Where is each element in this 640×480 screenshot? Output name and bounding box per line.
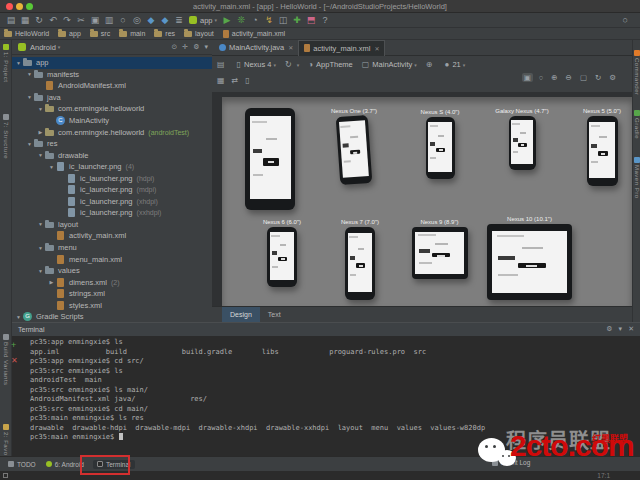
terminal-settings-icon[interactable]: ⚙	[606, 325, 612, 333]
hide-icon[interactable]: ▾	[204, 43, 208, 51]
breadcrumb-item[interactable]: HelloWorld	[4, 30, 49, 37]
device-preview-nexus-10[interactable]: Nexus 10 (10.1")	[477, 216, 582, 300]
replace-icon[interactable]: ◎	[130, 15, 144, 25]
sync-icon[interactable]: ↻	[32, 15, 46, 25]
plus-icon[interactable]: +	[11, 340, 16, 350]
zoom-out-icon[interactable]: ⊖	[564, 73, 574, 82]
search-icon[interactable]: ○	[623, 15, 628, 25]
device-preview-nexus-one[interactable]: Nexus One (3.7")	[330, 108, 378, 184]
tree-item-dimens-xml[interactable]: ▶dimens.xml(2)	[12, 276, 212, 288]
breadcrumb-item[interactable]: app	[58, 30, 81, 37]
todo-button[interactable]: TODO	[8, 461, 36, 468]
device-preview-galaxy-nexus[interactable]: Galaxy Nexus (4.7")	[494, 108, 550, 170]
locate-icon[interactable]: ⊙	[171, 43, 177, 51]
tree-item-drawable[interactable]: ▼drawable	[12, 149, 212, 161]
forward-icon[interactable]: ◆	[158, 15, 172, 25]
api-level-selector[interactable]: ●21▾	[445, 60, 466, 69]
tree-item-ic-launcher-png[interactable]: ic_launcher.png(mdpi)	[12, 184, 212, 196]
breadcrumb-item[interactable]: layout	[184, 30, 214, 37]
cut-icon[interactable]: ✂	[74, 15, 88, 25]
render-settings-icon[interactable]: ⚙	[607, 73, 618, 82]
tree-item-com-enmingxie-helloworld[interactable]: ▼com.enmingxie.helloworld	[12, 103, 212, 115]
redo-icon[interactable]: ↷	[60, 15, 74, 25]
tree-item-ic-launcher-png[interactable]: ▼ic_launcher.png(4)	[12, 161, 212, 173]
run-configuration-selector[interactable]: app▾	[189, 16, 217, 25]
close-window-button[interactable]	[6, 3, 13, 10]
run-icon[interactable]: ▶	[220, 15, 234, 25]
find-icon[interactable]: ○	[116, 15, 130, 25]
terminal-header[interactable]: Terminal	[12, 323, 640, 336]
terminal-output[interactable]: pc35:app enmingxie$ lsapp.iml build buil…	[30, 338, 485, 443]
tree-item-androidmanifest-xml[interactable]: AndroidManifest.xml	[12, 80, 212, 92]
sdk-manager-icon[interactable]: ⬒	[304, 15, 318, 25]
device-preview-nexus-5[interactable]: Nexus 5 (5.0")	[574, 108, 630, 186]
zoom-actual-icon[interactable]: ○	[537, 73, 546, 82]
breadcrumb-item[interactable]: activity_main.xml	[223, 30, 285, 38]
tree-item-ic-launcher-png[interactable]: ic_launcher.png(xxhdpi)	[12, 207, 212, 219]
minimize-window-button[interactable]	[16, 3, 23, 10]
tree-item-manifests[interactable]: ▼manifests	[12, 69, 212, 81]
tree-item-java[interactable]: ▼java	[12, 92, 212, 104]
tree-item-mainactivity[interactable]: MainActivity	[12, 115, 212, 127]
tool-strip-tab[interactable]: 1: Project	[0, 42, 12, 82]
tree-item-res[interactable]: ▼res	[12, 138, 212, 150]
tool-strip-tab[interactable]: Commander	[633, 48, 640, 96]
mode-tab-text[interactable]: Text	[260, 307, 289, 323]
tree-item-gradle-scripts[interactable]: ▼Gradle Scripts	[12, 311, 212, 323]
attach-icon[interactable]: ↯	[262, 15, 276, 25]
undo-icon[interactable]: ↶	[46, 15, 60, 25]
breadcrumb-item[interactable]: src	[90, 30, 110, 37]
toolwindow-toggle-icon[interactable]	[3, 473, 8, 478]
activity-selector[interactable]: ▢MainActivity▾	[362, 60, 417, 69]
mode-tab-design[interactable]: Design	[222, 307, 260, 323]
device-frame-icon[interactable]: ▯	[245, 76, 249, 85]
frame-icon[interactable]: ▢	[578, 73, 589, 82]
breadcrumb-item[interactable]: main	[119, 30, 145, 37]
device-preview-nexus-7[interactable]: Nexus 7 (7.0")	[330, 219, 390, 300]
back-icon[interactable]: ◆	[144, 15, 158, 25]
recent-icon[interactable]: ≣	[172, 15, 186, 25]
open-icon[interactable]: ▤	[4, 15, 18, 25]
device-preview-nexus-6[interactable]: Nexus 6 (6.0")	[252, 219, 312, 287]
close-icon[interactable]: ✕	[11, 356, 18, 365]
help-icon[interactable]: ?	[318, 15, 332, 25]
android-button[interactable]: 6: Android	[46, 461, 84, 468]
tree-item-activity-main-xml[interactable]: activity_main.xml	[12, 230, 212, 242]
tree-item-ic-launcher-png[interactable]: ic_launcher.png(xhdpi)	[12, 196, 212, 208]
copy-icon[interactable]: ▣	[88, 15, 102, 25]
device-preview-nexus-s[interactable]: Nexus S (4.0")	[412, 109, 468, 179]
refresh-icon[interactable]: ↻	[593, 73, 603, 82]
tool-strip-tab[interactable]: 7: Structure	[0, 112, 12, 159]
locale-selector[interactable]: ⊕	[426, 60, 436, 69]
terminal-close-icon[interactable]: ✕	[628, 325, 634, 333]
device-selector[interactable]: ▯Nexus 4▾	[237, 60, 276, 69]
tree-item-menu-main-xml[interactable]: menu_main.xml	[12, 253, 212, 265]
sync-project-icon[interactable]: ✚	[290, 15, 304, 25]
configuration-icon[interactable]: ▤	[217, 60, 228, 69]
swap-orientation-icon[interactable]: ⇄	[232, 76, 239, 85]
terminal-minimize-icon[interactable]: ▾	[619, 325, 623, 333]
zoom-fit-icon[interactable]: ▣	[522, 73, 533, 82]
tool-strip-tab[interactable]: Gradle	[633, 108, 640, 139]
collapse-all-icon[interactable]: ✛	[182, 43, 188, 51]
orientation-selector[interactable]: ↻▾	[285, 60, 299, 69]
settings-icon[interactable]: ⚙	[193, 43, 199, 51]
device-preview[interactable]	[242, 108, 298, 210]
coverage-icon[interactable]: ◔	[248, 15, 262, 25]
tree-item-styles-xml[interactable]: styles.xml	[12, 299, 212, 311]
tree-item-app[interactable]: ▼app	[12, 57, 212, 69]
breadcrumb-item[interactable]: res	[154, 30, 175, 37]
tree-item-ic-launcher-png[interactable]: ic_launcher.png(hdpi)	[12, 172, 212, 184]
avd-manager-icon[interactable]: ◫	[276, 15, 290, 25]
paste-icon[interactable]: ▥	[102, 15, 116, 25]
save-all-icon[interactable]: ▦	[18, 15, 32, 25]
tree-item-values[interactable]: ▼values	[12, 265, 212, 277]
tree-item-com-enmingxie-helloworld[interactable]: ▶com.enmingxie.helloworld(androidTest)	[12, 126, 212, 138]
tree-item-menu[interactable]: ▼menu	[12, 242, 212, 254]
tree-item-strings-xml[interactable]: strings.xml	[12, 288, 212, 300]
device-preview-nexus-9[interactable]: Nexus 9 (8.9")	[402, 219, 477, 279]
maximize-window-button[interactable]	[26, 3, 33, 10]
tree-item-layout[interactable]: ▼layout	[12, 219, 212, 231]
tool-strip-tab[interactable]: Maven Pro	[633, 155, 640, 199]
editor-tab-activity-main-xml[interactable]: activity_main.xml✕	[298, 40, 385, 56]
